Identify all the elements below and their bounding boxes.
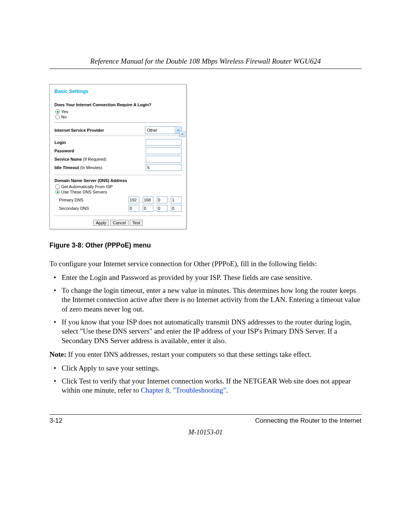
radio-no-label: No	[61, 115, 67, 119]
radio-no-icon[interactable]	[55, 115, 60, 119]
bullet-4: Click Apply to save your settings.	[62, 364, 362, 373]
figure-caption: Figure 3-8: Other (PPPoE) menu	[49, 241, 362, 249]
document-id: M-10153-01	[49, 428, 362, 436]
running-header: Reference Manual for the Double 108 Mbps…	[49, 57, 362, 66]
isp-select-value: Other	[147, 128, 158, 133]
secondary-dns-label: Secondary DNS	[59, 206, 129, 211]
service-name-label: Service Name (If Required)	[54, 157, 146, 161]
radio-dns-use-label: Use These DNS Servers	[61, 190, 107, 194]
settings-screenshot: Basic Settings Does Your Internet Connec…	[49, 84, 186, 229]
intro-paragraph: To configure your Internet service conne…	[49, 259, 362, 268]
primary-dns-oct2[interactable]	[143, 197, 153, 203]
idle-timeout-input[interactable]	[146, 164, 182, 171]
cancel-button[interactable]: Cancel	[110, 220, 129, 226]
primary-dns-label: Primary DNS	[59, 198, 129, 202]
password-input[interactable]	[146, 147, 182, 154]
isp-select[interactable]: Other	[145, 126, 182, 134]
test-button[interactable]: Test	[130, 220, 143, 226]
secondary-dns-oct2[interactable]	[143, 205, 153, 212]
radio-yes-icon[interactable]	[55, 109, 60, 114]
dns-header: Domain Name Server (DNS) Address	[54, 178, 182, 183]
note-line: Note: If you enter DNS addresses, restar…	[49, 350, 362, 359]
login-input[interactable]	[146, 139, 182, 146]
radio-dns-auto-label: Get Automatically From ISP	[61, 184, 113, 189]
idle-timeout-label: Idle Timeout (In Minutes)	[54, 165, 146, 170]
login-question: Does Your Internet Connection Require A …	[54, 102, 182, 107]
radio-dns-auto-icon[interactable]	[55, 184, 60, 189]
panel-title: Basic Settings	[54, 88, 182, 94]
isp-label: Internet Service Provider	[54, 128, 145, 133]
password-label: Password	[54, 149, 146, 153]
bullet-3: If you know that your ISP does not autom…	[62, 318, 362, 345]
primary-dns-oct3[interactable]	[157, 197, 167, 203]
bullet-2: To change the login timeout, enter a new…	[62, 286, 362, 314]
secondary-dns-oct4[interactable]	[171, 205, 182, 212]
service-name-input[interactable]	[146, 156, 182, 163]
radio-dns-use-icon[interactable]	[55, 190, 60, 194]
bullet-1: Enter the Login and Password as provided…	[62, 273, 362, 282]
login-label: Login	[54, 140, 146, 145]
troubleshooting-link[interactable]: Chapter 8, "Troubleshooting"	[141, 386, 226, 394]
primary-dns-oct4[interactable]	[171, 197, 182, 203]
body-text: To configure your Internet service conne…	[49, 259, 362, 395]
footer-rule	[49, 414, 362, 415]
secondary-dns-input[interactable]: . . .	[129, 205, 182, 212]
primary-dns-input[interactable]: . . .	[129, 197, 182, 203]
secondary-dns-oct3[interactable]	[157, 205, 167, 212]
apply-button[interactable]: Apply	[93, 220, 109, 226]
radio-yes-label: Yes	[61, 109, 68, 114]
section-title: Connecting the Router to the Internet	[255, 417, 362, 425]
secondary-dns-oct1[interactable]	[129, 205, 139, 212]
bullet-5: Click Test to verify that your Internet …	[62, 377, 362, 395]
header-rule	[49, 69, 362, 69]
scroll-up-icon[interactable]	[179, 131, 185, 137]
page-number: 3-12	[49, 417, 62, 425]
primary-dns-oct1[interactable]	[129, 197, 139, 203]
